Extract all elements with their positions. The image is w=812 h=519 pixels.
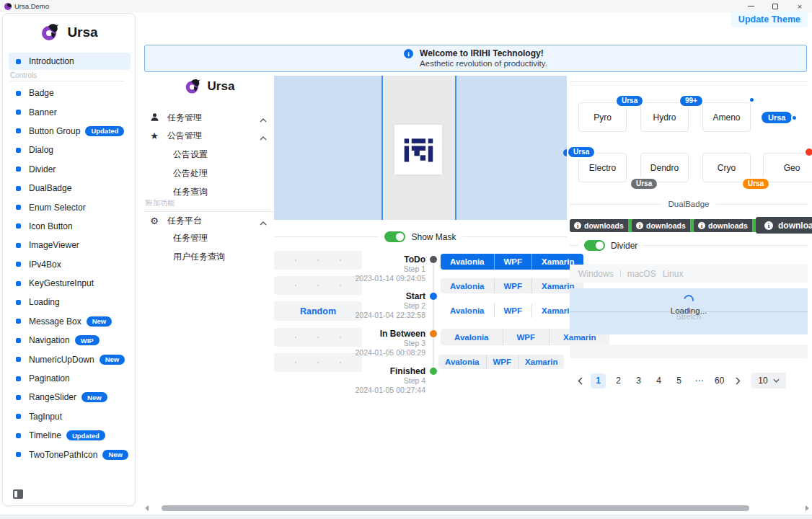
wpf-button[interactable]: WPF — [503, 329, 550, 345]
close-button[interactable]: × — [787, 0, 812, 12]
sidebar-item-imageviewer[interactable]: ImageViewer — [9, 236, 133, 254]
chevron-up-icon — [260, 115, 267, 125]
avalonia-button[interactable]: Avalonia — [441, 278, 494, 293]
next-page-button[interactable] — [732, 373, 743, 389]
avalonia-button[interactable]: Avalonia — [441, 329, 503, 345]
sidebar-item-loading[interactable]: Loading — [9, 293, 133, 311]
menu-group-label: 公告管理 — [167, 130, 202, 142]
update-theme-button[interactable]: Update Theme — [731, 12, 808, 27]
timeline-connector — [433, 265, 434, 374]
bullet-icon — [16, 110, 21, 115]
sidebar-item-label: Banner — [29, 107, 57, 117]
timeline-time: 2023-01-14 09:24:05 — [274, 274, 425, 283]
chevron-up-icon — [260, 133, 267, 143]
sidebar-item-button-group[interactable]: Button GroupUpdated — [9, 122, 133, 141]
badge-card-geo: Geo — [763, 153, 812, 182]
chevron-up-icon — [260, 218, 267, 228]
os-windows: Windows — [578, 269, 614, 279]
info-icon: i — [698, 222, 705, 229]
menu-item-announcement-processing[interactable]: 公告处理 — [144, 164, 274, 182]
sidebar-item-message-box[interactable]: Message BoxNew — [9, 312, 133, 331]
divider-toggle[interactable] — [584, 240, 605, 251]
banner-subtitle: Aesthetic revolution of productivity. — [420, 58, 547, 68]
menu-group-announcement-management[interactable]: ★ 公告管理 — [144, 127, 274, 144]
card-label: Ameno — [712, 112, 740, 123]
maximize-button[interactable] — [763, 0, 787, 12]
scroll-left-button[interactable] — [141, 503, 151, 513]
previous-page-button[interactable] — [574, 373, 586, 389]
sidebar-item-keygestureinput[interactable]: KeyGestureInput — [9, 274, 133, 293]
sidebar-item-numericupdown[interactable]: NumericUpDownNew — [9, 350, 133, 368]
toggle-knob — [396, 233, 404, 241]
wpf-button[interactable]: WPF — [494, 254, 532, 270]
menu-item-label: 公告处理 — [173, 167, 208, 179]
menu-group-task-management[interactable]: 任务管理 — [144, 109, 274, 126]
irihi-logo-glyph — [402, 133, 435, 167]
sidebar-item-banner[interactable]: Banner — [9, 102, 133, 121]
menu-item-task-management[interactable]: 任务管理 — [144, 229, 274, 247]
dot-badge — [749, 97, 755, 103]
sidebar-item-dualbadge[interactable]: DualBadge — [9, 179, 133, 198]
sidebar-item-rangeslider[interactable]: RangeSliderNew — [9, 388, 133, 407]
wpf-button[interactable]: WPF — [494, 303, 532, 318]
star-icon: ★ — [149, 131, 159, 141]
sidebar-item-label: Dialog — [29, 145, 53, 155]
page-size-select[interactable]: 10 — [751, 373, 785, 389]
page-button-4[interactable]: 4 — [651, 373, 666, 389]
sidebar-item-label: RangeSlider — [29, 392, 76, 402]
status-badge: New — [100, 355, 125, 365]
right-demos: Pyro Ursa Hydro 99+ Ameno Ursa Electro U… — [570, 76, 812, 497]
sidebar-item-taginput[interactable]: TagInput — [9, 407, 133, 426]
show-mask-toggle[interactable] — [384, 231, 405, 242]
page-button-2[interactable]: 2 — [611, 373, 626, 389]
xamarin-button[interactable]: Xamarin — [518, 355, 564, 369]
sidebar-item-enum-selector[interactable]: Enum Selector — [9, 198, 133, 216]
sidebar-item-icon-button[interactable]: Icon Button — [9, 217, 133, 236]
page-button-1[interactable]: 1 — [591, 373, 606, 389]
minimize-icon — [748, 6, 754, 6]
scroll-right-button[interactable] — [802, 503, 812, 513]
avalonia-button[interactable]: Avalonia — [441, 303, 494, 318]
wpf-button[interactable]: WPF — [486, 355, 518, 369]
status-badge: New — [102, 450, 128, 460]
sidebar-item-dialog[interactable]: Dialog — [9, 141, 133, 159]
page-button-5[interactable]: 5 — [671, 373, 687, 389]
menu-brand: Ursa — [144, 78, 274, 95]
count-badge: 99+ — [679, 94, 704, 107]
sidebar-item-pagination[interactable]: Pagination — [9, 369, 133, 388]
bullet-icon — [16, 319, 21, 324]
bullet-icon — [16, 243, 21, 248]
close-icon: × — [798, 2, 802, 11]
menu-item-announcement-settings[interactable]: 公告设置 — [144, 146, 274, 163]
page-ellipsis[interactable]: ⋯ — [692, 373, 707, 389]
menu-item-label: 任务查询 — [173, 186, 208, 198]
bullet-icon — [16, 223, 21, 229]
sidebar-item-divider[interactable]: Divider — [9, 160, 133, 179]
sidebar-item-ipv4box[interactable]: IPv4Box — [9, 255, 133, 274]
sidebar-item-twotonepathicon[interactable]: TwoTonePathIconNew — [9, 445, 133, 463]
sidebar-item-badge[interactable]: Badge — [9, 84, 133, 102]
sidebar-collapse-icon[interactable] — [13, 489, 23, 499]
page-button-3[interactable]: 3 — [631, 373, 646, 389]
horizontal-scrollbar — [141, 503, 812, 513]
sidebar-item-introduction[interactable]: Introduction — [9, 53, 131, 70]
bullet-icon — [16, 395, 21, 400]
sidebar-item-timeline[interactable]: TimelineUpdated — [9, 426, 133, 445]
sidebar-section-controls: Controls — [10, 71, 37, 79]
button-group-solid: Avalonia WPF Xamarin — [441, 254, 583, 270]
avalonia-button[interactable]: Avalonia — [438, 355, 486, 369]
sidebar-item-navigation[interactable]: NavigationWIP — [9, 331, 133, 350]
bullet-icon — [16, 414, 21, 419]
scrollbar-thumb[interactable] — [162, 505, 749, 511]
triangle-right-icon — [806, 505, 809, 511]
avalonia-button[interactable]: Avalonia — [441, 254, 494, 270]
menu-group-task-platform[interactable]: ⚙ 任务平台 — [144, 212, 274, 229]
page-button-60[interactable]: 60 — [712, 373, 727, 389]
image-viewer[interactable] — [274, 76, 567, 220]
sidebar-section-divider — [10, 81, 124, 81]
minimize-button[interactable] — [738, 0, 763, 12]
scrollbar-track[interactable] — [151, 503, 802, 513]
wpf-button[interactable]: WPF — [494, 278, 532, 293]
menu-item-user-task-query[interactable]: 用户任务查询 — [144, 248, 274, 265]
sidebar-item-label: TagInput — [29, 412, 62, 422]
